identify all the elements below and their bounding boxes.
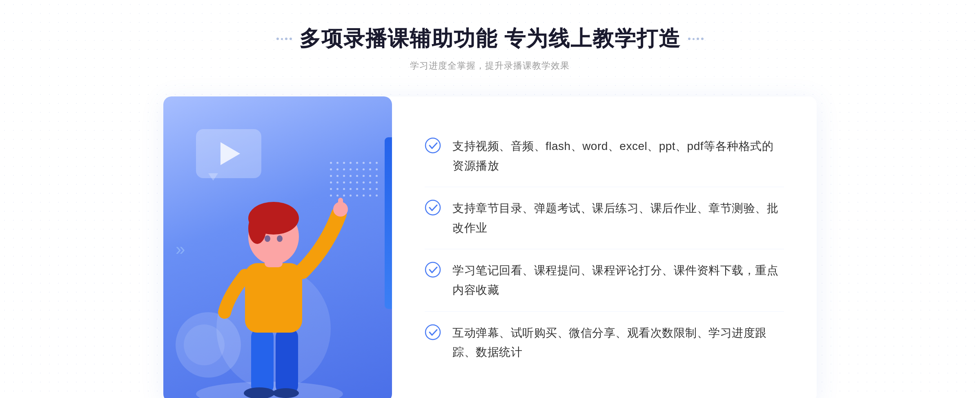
svg-rect-6 <box>245 263 302 333</box>
right-panel: 支持视频、音频、flash、word、excel、ppt、pdf等各种格式的资源… <box>392 96 817 398</box>
svg-point-15 <box>425 138 440 153</box>
svg-point-12 <box>277 235 283 242</box>
svg-point-17 <box>425 262 440 277</box>
left-chevron-icon: » <box>176 239 185 259</box>
feature-item-1: 支持视频、音频、flash、word、excel、ppt、pdf等各种格式的资源… <box>425 125 784 187</box>
illustration-person <box>188 165 359 398</box>
header-section: 多项录播课辅助功能 专为线上教学打造 学习进度全掌握，提升录播课教学效果 <box>276 25 704 72</box>
svg-rect-14 <box>338 198 343 210</box>
main-card: » <box>163 96 817 398</box>
feature-text-1: 支持视频、音频、flash、word、excel、ppt、pdf等各种格式的资源… <box>452 136 784 175</box>
feature-item-3: 学习笔记回看、课程提问、课程评论打分、课件资料下载，重点内容收藏 <box>425 249 784 311</box>
check-icon-3 <box>425 262 441 278</box>
content-area: 多项录播课辅助功能 专为线上教学打造 学习进度全掌握，提升录播课教学效果 » <box>0 25 980 398</box>
play-icon <box>220 142 240 165</box>
feature-item-4: 互动弹幕、试听购买、微信分享、观看次数限制、学习进度跟踪、数据统计 <box>425 312 784 373</box>
title-dots-left <box>276 38 292 40</box>
title-dots-right <box>688 38 704 40</box>
check-icon-2 <box>425 199 441 216</box>
feature-item-2: 支持章节目录、弹题考试、课后练习、课后作业、章节测验、批改作业 <box>425 187 784 249</box>
svg-rect-2 <box>251 329 274 394</box>
check-icon-4 <box>425 324 441 340</box>
blue-bar-accent <box>385 137 392 309</box>
svg-point-18 <box>425 325 440 340</box>
subtitle: 学习进度全掌握，提升录播课教学效果 <box>410 60 570 72</box>
check-icon-1 <box>425 137 441 154</box>
svg-point-10 <box>248 213 266 244</box>
feature-text-2: 支持章节目录、弹题考试、课后练习、课后作业、章节测验、批改作业 <box>452 199 784 237</box>
page-wrapper: 多项录播课辅助功能 专为线上教学打造 学习进度全掌握，提升录播课教学效果 » <box>0 0 980 398</box>
svg-point-16 <box>425 200 440 215</box>
title-row: 多项录播课辅助功能 专为线上教学打造 <box>276 25 704 53</box>
feature-text-4: 互动弹幕、试听购买、微信分享、观看次数限制、学习进度跟踪、数据统计 <box>452 323 784 362</box>
svg-point-11 <box>265 235 270 242</box>
left-panel <box>163 96 392 398</box>
feature-text-3: 学习笔记回看、课程提问、课程评论打分、课件资料下载，重点内容收藏 <box>452 261 784 300</box>
main-title: 多项录播课辅助功能 专为线上教学打造 <box>299 25 681 53</box>
svg-point-5 <box>273 388 299 398</box>
svg-rect-3 <box>276 329 298 394</box>
